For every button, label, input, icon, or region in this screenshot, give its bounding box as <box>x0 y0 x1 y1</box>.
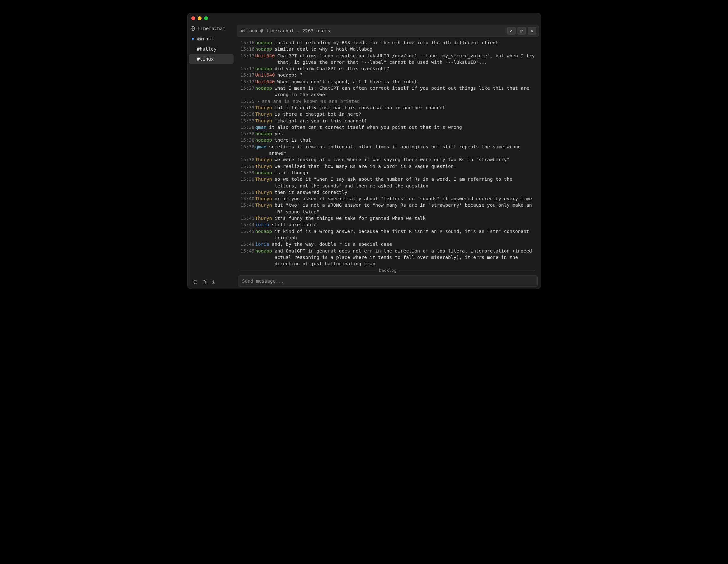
nick[interactable]: hodapp <box>255 46 272 52</box>
svg-point-2 <box>522 29 523 30</box>
users-button[interactable] <box>517 27 526 35</box>
svg-point-1 <box>520 29 521 30</box>
message-row: 15:38qmansometimes it remains indignant,… <box>241 144 535 157</box>
nick[interactable]: hodapp <box>255 228 272 241</box>
nick[interactable]: hodapp <box>255 248 272 266</box>
message-text: it also often can't correct itself when … <box>269 124 535 130</box>
nick[interactable]: Thuryn <box>255 111 272 117</box>
network-header[interactable]: liberachat <box>187 23 235 34</box>
minimize-window-button[interactable] <box>198 16 202 20</box>
message-text: still unreliable <box>272 221 535 228</box>
channel-title: #linux @ liberachat – 2263 users <box>241 28 330 34</box>
nick[interactable]: hodapp <box>255 85 272 98</box>
message-text: When humans don't respond, all I have is… <box>277 79 535 85</box>
nick[interactable]: hodapp <box>255 170 272 176</box>
nick[interactable]: Thuryn <box>255 215 272 221</box>
sidebar: liberachat ##rust#halloy#linux <box>187 23 235 289</box>
message-row: 15:36Thurynis there a chatgpt bot in her… <box>241 111 535 117</box>
nick[interactable]: qman <box>255 144 267 157</box>
nick[interactable]: Thuryn <box>255 118 272 124</box>
message-text: it kind of is a wrong answer, because th… <box>275 228 535 241</box>
message-text: is it though <box>275 170 535 176</box>
nick[interactable]: qman <box>255 124 267 130</box>
nick[interactable]: Thuryn <box>255 163 272 170</box>
message-text: instead of reloading my RSS feeds for th… <box>275 39 535 46</box>
message-text: but "two" is not a WRONG answer to "how … <box>275 202 535 215</box>
timestamp: 15:39 <box>241 176 255 189</box>
search-icon[interactable] <box>202 280 207 284</box>
download-icon[interactable] <box>211 280 216 284</box>
nick[interactable]: Thuryn <box>255 189 272 195</box>
message-row: 15:40Thurynor if you asked it specifical… <box>241 195 535 202</box>
timestamp: 15:17 <box>241 65 255 72</box>
timestamp: 15:38 <box>241 124 255 130</box>
timestamp: 15:37 <box>241 118 255 124</box>
message-row: 15:37Thuryn!chatgpt are you in this chan… <box>241 118 535 124</box>
message-text: is there a chatgpt bot in here? <box>275 111 535 117</box>
backlog-divider: backlog <box>237 266 539 275</box>
message-row: 15:39Thurynthen it answered correctly <box>241 189 535 195</box>
timestamp: 15:17 <box>241 53 255 66</box>
nick[interactable]: Thuryn <box>255 176 272 189</box>
timestamp: 15:38 <box>241 156 255 163</box>
message-input[interactable] <box>238 275 538 287</box>
globe-icon <box>191 26 195 31</box>
sidebar-toolbar <box>187 278 235 286</box>
timestamp: 15:35 <box>241 98 255 104</box>
unread-dot-icon <box>192 38 194 40</box>
message-text: so we told it "when I say ask about the … <box>275 176 535 189</box>
message-text: and, by the way, double r is a special c… <box>272 241 535 247</box>
nick[interactable]: hodapp <box>255 137 272 143</box>
timestamp: 15:45 <box>241 228 255 241</box>
nick[interactable]: Unit640 <box>255 53 275 66</box>
sidebar-channel[interactable]: #halloy <box>189 44 234 54</box>
svg-point-0 <box>203 280 205 283</box>
backlog-label: backlog <box>379 268 397 273</box>
refresh-icon[interactable] <box>193 280 198 284</box>
sidebar-channel[interactable]: ##rust <box>189 34 234 44</box>
nick[interactable]: Thuryn <box>255 156 272 163</box>
message-text: then it answered correctly <box>275 189 535 195</box>
nick[interactable]: hodapp <box>255 130 272 137</box>
timestamp: 15:16 <box>241 39 255 46</box>
channel-name: ##rust <box>197 36 214 42</box>
message-text: or if you asked it specifically about "l… <box>275 195 535 202</box>
timestamp: 15:39 <box>241 170 255 176</box>
nick[interactable]: Unit640 <box>255 79 275 85</box>
message-row: 15:17Unit640When humans don't respond, a… <box>241 79 535 85</box>
nick[interactable]: Thuryn <box>255 104 272 111</box>
timestamp: 15:39 <box>241 189 255 195</box>
timestamp: 15:39 <box>241 163 255 170</box>
nick[interactable]: ioria <box>255 221 269 228</box>
zoom-window-button[interactable] <box>204 16 208 20</box>
timestamp: 15:41 <box>241 215 255 221</box>
message-log[interactable]: 15:16hodappinstead of reloading my RSS f… <box>237 37 539 266</box>
timestamp: 15:38 <box>241 144 255 157</box>
timestamp: 15:44 <box>241 221 255 228</box>
close-pane-button[interactable] <box>528 27 536 35</box>
nick[interactable]: Unit640 <box>255 72 275 78</box>
message-text: it's funny the things we take for grante… <box>275 215 535 221</box>
timestamp: 15:36 <box>241 111 255 117</box>
message-row: 15:44ioriastill unreliable <box>241 221 535 228</box>
message-row: 15:35•ana_ana is now known as ana_briate… <box>241 98 535 104</box>
nick[interactable]: Thuryn <box>255 202 272 215</box>
message-text: there is that <box>275 137 535 143</box>
message-text: and ChatGPT in general does not err in t… <box>275 248 535 266</box>
clear-button[interactable] <box>507 27 516 35</box>
sidebar-channel[interactable]: #linux <box>189 54 234 64</box>
message-text: what I mean is: ChatGPT can often correc… <box>275 85 535 98</box>
system-message: •ana_ana is now known as ana_briated <box>255 98 535 104</box>
channel-name: #linux <box>197 56 214 62</box>
nick[interactable]: hodapp <box>255 39 272 46</box>
message-row: 15:38hodappthere is that <box>241 137 535 143</box>
nick[interactable]: hodapp <box>255 65 272 72</box>
nick[interactable]: ioria <box>255 241 269 247</box>
nick[interactable]: Thuryn <box>255 195 272 202</box>
message-text: similar deal to why I host Wallabag <box>275 46 535 52</box>
timestamp: 15:17 <box>241 72 255 78</box>
close-window-button[interactable] <box>191 16 195 20</box>
message-text: hodapp: ? <box>277 72 535 78</box>
message-row: 15:39Thurynwe realized that "how many Rs… <box>241 163 535 170</box>
titlebar <box>187 13 541 23</box>
